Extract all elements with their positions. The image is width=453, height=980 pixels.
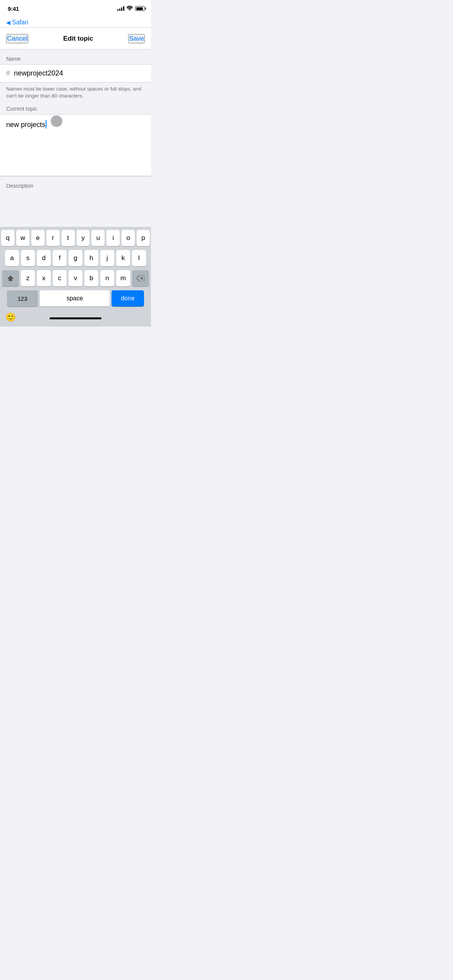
space-key[interactable]: space	[40, 290, 110, 307]
keyboard-row-2: a s d f g h j k l	[1, 250, 150, 266]
key-a[interactable]: a	[5, 250, 19, 266]
status-icons	[117, 6, 145, 12]
topic-text-wrapper: new projects	[6, 120, 145, 130]
keyboard-row-1: q w e r t y u i o p	[1, 230, 150, 246]
key-q[interactable]: q	[1, 230, 14, 246]
key-c[interactable]: c	[53, 270, 67, 286]
backspace-key[interactable]	[132, 270, 149, 286]
key-f[interactable]: f	[53, 250, 67, 266]
chevron-left-icon: ◀	[6, 19, 10, 26]
key-z[interactable]: z	[21, 270, 35, 286]
key-v[interactable]: v	[69, 270, 82, 286]
shift-key[interactable]	[2, 270, 19, 286]
safari-back-label: Safari	[12, 19, 28, 26]
signal-bars-icon	[117, 6, 124, 11]
topic-section-label: Current topic	[0, 106, 151, 114]
key-j[interactable]: j	[100, 250, 114, 266]
key-s[interactable]: s	[21, 250, 35, 266]
key-d[interactable]: d	[37, 250, 51, 266]
emoji-key[interactable]: 🙂	[3, 310, 18, 325]
done-key[interactable]: done	[112, 290, 144, 307]
key-p[interactable]: p	[137, 230, 150, 246]
key-b[interactable]: b	[84, 270, 98, 286]
name-value[interactable]: newproject2024	[14, 69, 63, 77]
hash-icon: #	[6, 69, 10, 77]
key-g[interactable]: g	[69, 250, 82, 266]
key-y[interactable]: y	[77, 230, 90, 246]
keyboard-bottom-row: 🙂	[1, 310, 150, 325]
home-bar	[50, 317, 101, 319]
key-r[interactable]: r	[46, 230, 60, 246]
nav-header: Cancel Edit topic Save	[0, 28, 151, 50]
battery-icon	[135, 6, 145, 11]
status-bar: 9:41	[0, 0, 151, 17]
topic-field[interactable]: new projects	[0, 114, 151, 176]
key-i[interactable]: i	[106, 230, 120, 246]
key-m[interactable]: m	[116, 270, 130, 286]
key-t[interactable]: t	[62, 230, 75, 246]
key-h[interactable]: h	[84, 250, 98, 266]
magnifier-bubble	[51, 115, 62, 127]
name-field-row: # newproject2024	[0, 64, 151, 82]
description-section-label: Description	[0, 176, 151, 191]
keyboard-row-3: z x c v b n m	[1, 270, 150, 286]
key-n[interactable]: n	[100, 270, 114, 286]
key-e[interactable]: e	[31, 230, 45, 246]
name-section-label: Name	[0, 50, 151, 64]
status-time: 9:41	[8, 5, 19, 12]
key-u[interactable]: u	[91, 230, 105, 246]
safari-back-button[interactable]: ◀ Safari	[6, 19, 28, 26]
name-hint-text: Names must be lower case, without spaces…	[0, 82, 151, 106]
key-o[interactable]: o	[122, 230, 135, 246]
key-l[interactable]: l	[132, 250, 146, 266]
keyboard: q w e r t y u i o p a s d f g h j k l z …	[0, 227, 151, 327]
key-k[interactable]: k	[116, 250, 130, 266]
text-cursor	[46, 120, 46, 128]
home-indicator	[50, 314, 101, 321]
key-x[interactable]: x	[37, 270, 51, 286]
numbers-key[interactable]: 123	[7, 290, 38, 307]
page-title: Edit topic	[63, 35, 93, 43]
keyboard-row-4: 123 space done	[1, 290, 150, 307]
save-button[interactable]: Save	[128, 34, 145, 43]
key-w[interactable]: w	[16, 230, 29, 246]
safari-back-bar: ◀ Safari	[0, 17, 151, 28]
topic-text-value: new projects	[6, 120, 45, 130]
wifi-icon	[127, 6, 133, 12]
cancel-button[interactable]: Cancel	[6, 34, 28, 43]
